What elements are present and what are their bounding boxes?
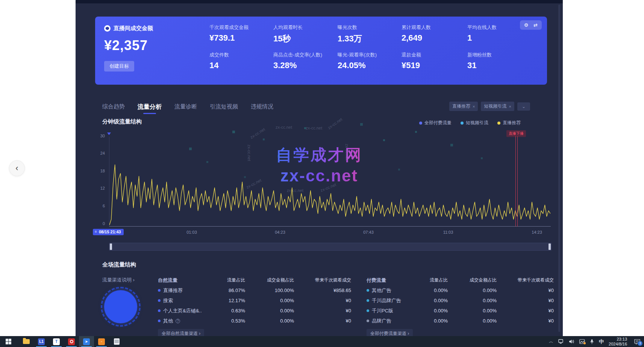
tab-traffic-analysis[interactable]: 流量分析 [138,103,162,114]
series-dot [367,320,369,322]
snip-tool-icon[interactable] [579,339,585,344]
kpi-value: 3.28% [273,61,322,70]
stream-end-marker-label: 直播下播 [506,130,526,137]
series-dot [158,309,161,312]
windows-icon [6,339,11,344]
series-dot [158,320,161,322]
taskbar-file-explorer[interactable] [19,336,34,347]
table-row[interactable]: 其他? 0.53% 0.00% ¥0 [158,316,351,326]
y-axis: 30 24 18 12 6 0 [94,135,105,226]
speaker-icon[interactable] [569,339,574,344]
taskbar-app-l1[interactable]: L1 [34,336,49,347]
filter-dropdown[interactable]: ⌄ [517,102,530,111]
table-row[interactable]: 品牌广告 0.00% 0.00% ¥0 [367,316,554,326]
chart-legend: 全部付费流量 短视频引流 直播推荐 [419,120,521,126]
kpi-column: 人均观看时长15秒 商品点击-成交率(人数)3.28% [273,17,337,85]
kpi-label: 千次观看成交金额 [209,24,249,31]
series-dot [367,289,369,292]
x-axis-start-label[interactable]: 08/15 21:43 [93,229,124,235]
tab-violations[interactable]: 违规情况 [251,103,273,114]
table-row[interactable]: 搜索 12.17% 0.00% ¥0 [158,295,351,306]
clock-date: 2024/8/16 [609,342,627,347]
ime-indicator[interactable]: 中 [599,338,604,345]
series-dot [158,289,161,292]
channel-help-link[interactable]: 流量渠道说明 › [102,277,135,283]
back-button[interactable]: ‹ [9,160,25,176]
minute-chart-title: 分钟级流量结构 [102,118,142,125]
tab-short-video[interactable]: 引流短视频 [210,103,238,114]
traffic-section-title: 全场流量结构 [102,261,136,268]
analytics-window: 直播间成交金额 ¥2,357 创建目标 千次观看成交金额¥739.1 成交件数1… [76,0,563,336]
legend-item-paid[interactable]: 全部付费流量 [419,120,452,126]
stream-end-marker-line [517,136,518,227]
taskbar-app-orange[interactable]: ▫ [94,336,109,347]
taskbar-app-cursor-active[interactable]: ➤ [79,336,94,347]
tab-overall-trend[interactable]: 综合趋势 [102,103,125,114]
status-dot [583,342,586,344]
taskbar-app-ring[interactable] [64,336,79,347]
compass-icon [104,25,111,32]
legend-item-live-recommend[interactable]: 直播推荐 [497,120,521,126]
kpi-value: 14 [209,61,229,70]
datazoom-slider[interactable] [109,243,552,251]
microphone-icon[interactable] [590,339,594,344]
series-dot [158,299,161,302]
notepad-icon [114,338,120,345]
kpi-value: 24.05% [338,61,377,70]
window-top-strip [76,0,563,3]
notification-center-icon[interactable]: 3 [634,339,640,344]
start-button[interactable] [1,336,16,347]
network-icon[interactable] [558,339,564,344]
gmv-value: ¥2,357 [104,38,148,53]
kpi-value: 2,649 [402,33,431,43]
chevron-left-icon: ‹ [15,163,18,173]
ring-app-icon [68,338,75,345]
datazoom-handle-left[interactable] [110,244,112,250]
line-series [109,137,550,226]
banner-title: 直播间成交金额 [114,25,153,32]
info-icon[interactable]: ? [176,319,180,323]
taskbar-app-notepad[interactable] [109,336,124,347]
table-row[interactable]: 千川品牌广告 0.00% 0.00% ¥0 [367,295,554,306]
table-row[interactable]: 直播推荐 86.07% 100.00% ¥858.65 [158,285,351,295]
watermark-tile: zx-cc.net [306,126,322,130]
taskbar-clock[interactable]: 23:13 2024/8/16 [609,337,627,347]
kpi-value: 1.33万 [338,33,362,44]
clock-time: 23:13 [609,337,627,342]
tray-expand-icon[interactable]: ︿ [549,338,553,345]
kpi-label: 退款金额 [402,52,421,58]
datazoom-handle-right[interactable] [549,244,551,250]
watermark-tile: zx-cc.net [327,117,343,130]
swap-icon[interactable]: ⇄ [533,22,538,28]
tab-bar: 综合趋势 流量分析 流量诊断 引流短视频 违规情况 [102,103,273,114]
kpi-label: 成交件数 [209,52,229,58]
table-row[interactable]: 千川PC版 0.00% 0.00% ¥0 [367,306,554,316]
table-row[interactable]: 个人主页&店铺&.. 0.63% 0.00% ¥0 [158,306,351,316]
minute-line-chart[interactable] [109,137,551,227]
l1-app-icon: L1 [38,338,45,345]
banner-title-row: 直播间成交金额 [104,25,153,32]
traffic-donut-chart [101,287,141,327]
window-scrollbar[interactable] [558,5,560,332]
close-icon[interactable]: × [473,104,475,109]
filter-chip-short-video[interactable]: 短视频引流 × [481,102,514,111]
kpi-value: 31 [467,61,492,70]
table-row[interactable]: 其他广告 0.00% 0.00% ¥0 [367,285,554,295]
taskbar-app-t[interactable]: T [49,336,64,347]
create-goal-button[interactable]: 创建目标 [104,61,134,72]
tab-traffic-diagnosis[interactable]: 流量诊断 [174,103,197,114]
legend-item-short-video[interactable]: 短视频引流 [461,120,488,126]
kpi-column: 曝光次数1.33万 曝光-观看率(次数)24.05% [338,17,402,85]
t-app-icon: T [53,338,60,345]
taskbar: L1 T ➤ ▫ ︿ 中 23:13 2024/8/16 [0,336,644,347]
gear-icon[interactable]: ⚙ [523,22,529,28]
filter-chip-live-recommend[interactable]: 直播推荐 × [449,102,478,111]
table-header: 付费流量 流量占比 成交金额占比 带来千次观看成交 [367,275,554,285]
axis-marker-icon [107,132,111,135]
desktop: ‹ 直播间成交金额 ¥2,357 创建目标 千次观看成交金额¥739.1 成交件… [0,0,644,347]
close-icon[interactable]: × [509,104,511,109]
chevron-down-icon: ⌄ [522,104,526,109]
stream-end-marker-line [515,136,516,227]
donut-fill [104,290,137,323]
filter-chip-group: 直播推荐 × 短视频引流 × ⌄ [449,102,530,111]
